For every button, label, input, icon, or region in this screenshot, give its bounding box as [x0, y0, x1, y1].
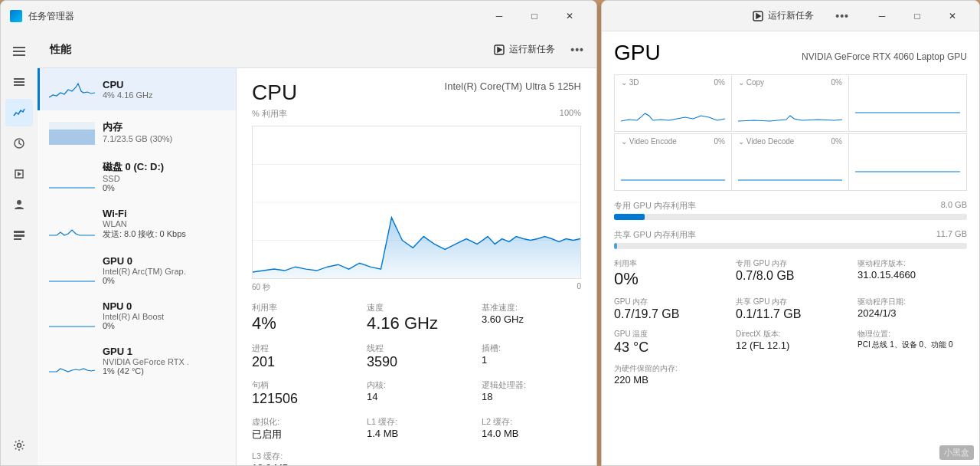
gpu-stat-reserved: 为硬件保留的内存: 220 MB [614, 363, 724, 386]
memory-device-sub: 7.1/23.5 GB (30%) [103, 134, 227, 143]
device-item-gpu0[interactable]: GPU 0 Intel(R) Arc(TM) Grap. 0% [38, 248, 236, 293]
dedicated-mem-value: 8.0 GB [941, 200, 967, 212]
device-item-gpu1[interactable]: GPU 1 NVIDIA GeForce RTX . 1% (42 °C) [38, 338, 236, 383]
gpu-driver-ver-value: 31.0.15.4660 [858, 269, 967, 281]
sidebar-processes-icon[interactable] [5, 68, 33, 96]
more-options-button[interactable]: ••• [570, 44, 584, 56]
shared-mem-track [614, 243, 967, 249]
svg-marker-8 [18, 172, 21, 176]
gpu-empty2-chart [855, 137, 960, 176]
sidebar-history-icon[interactable] [5, 130, 33, 157]
gpu-title: GPU [614, 41, 661, 65]
time-label-right: 0 [577, 282, 581, 293]
stat-speed-value: 4.16 GHz [367, 313, 466, 333]
detail-title: CPU [252, 80, 297, 105]
gpu-stat-location: 物理位置: PCI 总线 1、设备 0、功能 0 [858, 329, 967, 356]
gpu-driver-date-value: 2024/1/3 [858, 307, 967, 319]
gpu-ded-label: 专用 GPU 内存 [736, 258, 845, 269]
stat-base-speed-label: 基准速度: [482, 302, 581, 313]
gpu-maximize-button[interactable]: □ [900, 4, 935, 28]
gpu-charts-bottom: ⌄ Video Encode 0% ⌄ Video Decode 0% [614, 133, 967, 191]
gpu-mem-value: 0.7/19.7 GB [614, 307, 724, 321]
wifi-device-sub: WLAN [103, 219, 227, 228]
sidebar-performance-icon[interactable] [5, 99, 33, 126]
gpu-temp-label: GPU 温度 [614, 329, 724, 340]
stat-l3-value: 18.0 MB [252, 462, 351, 465]
window-title: 任务管理器 [28, 10, 475, 23]
gpu-shared-label: 共享 GPU 内存 [736, 297, 845, 307]
chart-time-labels: 60 秒 0 [252, 282, 581, 293]
stat-virt-label: 虚拟化: [252, 416, 351, 428]
device-item-disk[interactable]: 磁盘 0 (C: D:) SSD 0% [38, 153, 236, 200]
stat-handle: 句柄 121506 [252, 379, 351, 407]
gpu-stat-directx: DirectX 版本: 12 (FL 12.1) [736, 329, 845, 356]
disk-device-sub: SSD [103, 174, 227, 183]
wifi-device-usage: 发送: 8.0 接收: 0 Kbps [103, 228, 227, 240]
device-item-npu0[interactable]: NPU 0 Intel(R) AI Boost 0% [38, 293, 236, 338]
gpu-shared-value: 0.1/11.7 GB [736, 307, 845, 321]
gpu0-device-sub: Intel(R) Arc(TM) Grap. [103, 267, 227, 276]
gpu-3d-chart [621, 87, 725, 125]
svg-point-13 [18, 444, 21, 448]
dedicated-mem-label-row: 专用 GPU 内存利用率 8.0 GB [614, 200, 967, 212]
stat-socket-label: 插槽: [482, 343, 581, 354]
gpu-run-task-button[interactable]: 运行新任务 [746, 6, 820, 25]
gpu-close-button[interactable]: ✕ [935, 4, 970, 28]
gpu-chart-vencode: ⌄ Video Encode 0% [615, 134, 732, 190]
stat-logical-label: 逻辑处理器: [482, 379, 581, 391]
stat-utilization: 利用率 4% [252, 302, 351, 333]
device-item-memory[interactable]: 内存 7.1/23.5 GB (30%) [38, 110, 236, 153]
gpu-model: NVIDIA GeForce RTX 4060 Laptop GPU [802, 51, 967, 62]
sidebar-details-icon[interactable] [5, 222, 33, 249]
svg-marker-23 [756, 14, 760, 18]
npu0-device-name: NPU 0 [103, 300, 227, 312]
close-button[interactable]: ✕ [552, 4, 587, 28]
gpu0-device-info: GPU 0 Intel(R) Arc(TM) Grap. 0% [103, 255, 227, 285]
gpu-copy-chart [738, 87, 842, 125]
maximize-button[interactable]: □ [517, 4, 552, 28]
gpu0-device-usage: 0% [103, 276, 227, 285]
shared-mem-fill [614, 243, 617, 249]
main-content: 性能 运行新任务 ••• [1, 31, 596, 465]
pct-label: 100% [560, 108, 581, 123]
sidebar-settings-icon[interactable] [5, 432, 33, 459]
stat-process-value: 201 [252, 354, 351, 370]
svg-marker-21 [253, 218, 580, 278]
gpu-minimize-button[interactable]: ─ [864, 4, 900, 28]
stat-cores: 内核: 14 [367, 379, 466, 407]
gpu-name-row: GPU NVIDIA GeForce RTX 4060 Laptop GPU [614, 41, 967, 65]
gpu-stat-gpu-memory: GPU 内存 0.7/19.7 GB [614, 297, 724, 321]
detail-subtitle: Intel(R) Core(TM) Ultra 5 125H [445, 80, 581, 92]
sidebar-startup-icon[interactable] [5, 160, 33, 188]
gpu-run-task-icon [753, 11, 763, 21]
gpu-chart-empty1 [849, 75, 966, 131]
stat-speed: 速度 4.16 GHz [367, 302, 466, 333]
shared-mem-label: 共享 GPU 内存利用率 [614, 229, 696, 241]
gpu-window: 运行新任务 ••• ─ □ ✕ GPU NVIDIA GeForce RTX 4… [601, 0, 980, 466]
gpu-title-bar: 运行新任务 ••• ─ □ ✕ [602, 1, 979, 31]
app-icon [10, 10, 22, 22]
run-task-button[interactable]: 运行新任务 [488, 40, 561, 59]
gpu-3d-pct: 0% [714, 78, 725, 87]
device-item-cpu[interactable]: CPU 4% 4.16 GHz [38, 68, 236, 110]
gpu-vencode-label: ⌄ Video Encode [621, 137, 677, 146]
gpu-mem-label: GPU 内存 [614, 297, 724, 307]
gpu-more-options-button[interactable]: ••• [835, 10, 849, 22]
sidebar-users-icon[interactable] [5, 191, 33, 218]
dedicated-mem-label: 专用 GPU 内存利用率 [614, 200, 696, 212]
gpu-copy-label: ⌄ Copy [738, 78, 764, 87]
gpu-stat-shared: 共享 GPU 内存 0.1/11.7 GB [736, 297, 845, 321]
cpu-mini-chart [49, 76, 95, 103]
header-bar: 性能 运行新任务 ••• [38, 31, 596, 68]
stats-grid: 利用率 4% 速度 4.16 GHz 基准速度: 3.60 GHz 进程 [252, 302, 581, 465]
memory-device-name: 内存 [103, 120, 227, 134]
minimize-button[interactable]: ─ [482, 4, 517, 28]
cpu-device-info: CPU 4% 4.16 GHz [103, 79, 227, 100]
sidebar-menu-icon[interactable] [5, 38, 33, 65]
stat-logical: 逻辑处理器: 18 [482, 379, 581, 407]
gpu-vdecode-chart [738, 146, 842, 184]
svg-point-9 [17, 200, 21, 205]
gpu-stat-temp: GPU 温度 43 °C [614, 329, 724, 356]
device-item-wifi[interactable]: Wi-Fi WLAN 发送: 8.0 接收: 0 Kbps [38, 200, 236, 248]
stat-thread-label: 线程 [367, 343, 466, 354]
